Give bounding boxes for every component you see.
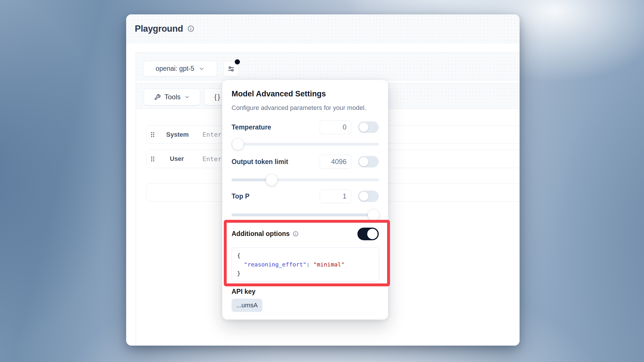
- toggle-knob: [359, 123, 368, 132]
- api-key-label: API key: [232, 288, 255, 296]
- json-colon: :: [306, 261, 313, 268]
- slider-fill: [232, 178, 272, 181]
- output-token-limit-slider[interactable]: [232, 175, 379, 185]
- message-input[interactable]: Enter: [202, 131, 221, 138]
- slider-track: [232, 143, 379, 146]
- message-role-label: System: [166, 131, 187, 138]
- slider-thumb[interactable]: [266, 174, 277, 186]
- slider-thumb[interactable]: [232, 138, 244, 150]
- notification-dot: [235, 59, 240, 64]
- slider-fill: [232, 214, 379, 216]
- chevron-down-icon: [198, 66, 205, 72]
- message-role-label: User: [166, 155, 187, 163]
- json-open-brace: {: [237, 252, 240, 259]
- slider-thumb[interactable]: [368, 209, 379, 221]
- api-key-badge[interactable]: ...umsA: [232, 299, 262, 312]
- output-token-limit-row: Output token limit 4096: [232, 155, 379, 169]
- additional-options-toggle[interactable]: [357, 228, 379, 240]
- page-title: Playground: [135, 24, 183, 34]
- output-token-limit-input[interactable]: 4096: [320, 155, 351, 169]
- wrench-icon: [154, 94, 161, 100]
- temperature-input[interactable]: 0: [320, 120, 351, 134]
- info-icon: [293, 231, 299, 237]
- top-p-label: Top P: [232, 193, 249, 200]
- temperature-row: Temperature 0: [232, 120, 379, 134]
- model-selector-value: openai: gpt-5: [156, 65, 194, 73]
- model-selector[interactable]: openai: gpt-5: [143, 61, 217, 77]
- temperature-toggle[interactable]: [358, 121, 379, 133]
- additional-options-label: Additional options: [232, 226, 299, 241]
- temperature-slider[interactable]: [232, 139, 379, 149]
- json-key: "reasoning_effort": [244, 261, 306, 268]
- json-indent: [237, 261, 244, 268]
- chevron-down-icon: [184, 94, 190, 100]
- output-token-limit-toggle[interactable]: [358, 156, 379, 167]
- sliders-icon: [227, 65, 235, 73]
- model-settings-button[interactable]: [223, 61, 239, 77]
- toggle-knob: [359, 192, 368, 201]
- drag-handle-icon[interactable]: [150, 156, 155, 162]
- additional-options-json-editor[interactable]: { "reasoning_effort": "minimal" }: [232, 247, 379, 281]
- model-advanced-settings-popover: Model Advanced Settings Configure advanc…: [222, 80, 388, 320]
- additional-options-text: Additional options: [232, 226, 290, 241]
- tools-dropdown[interactable]: Tools: [144, 89, 200, 105]
- json-value: "minimal": [313, 261, 344, 268]
- tools-label: Tools: [164, 93, 181, 101]
- info-icon: [187, 25, 194, 32]
- top-p-input[interactable]: 1: [320, 189, 351, 203]
- top-p-row: Top P 1: [232, 189, 379, 203]
- output-token-limit-label: Output token limit: [232, 158, 288, 165]
- drag-handle-icon[interactable]: [150, 132, 155, 138]
- popover-title: Model Advanced Settings: [232, 89, 326, 98]
- toggle-knob: [367, 229, 378, 239]
- top-p-slider[interactable]: [232, 210, 379, 220]
- json-close-brace: }: [237, 270, 240, 277]
- popover-subtitle: Configure advanced parameters for your m…: [232, 104, 366, 112]
- page-header: Playground: [126, 14, 520, 43]
- top-p-toggle[interactable]: [358, 190, 379, 202]
- temperature-label: Temperature: [232, 123, 271, 131]
- additional-options-row: Additional options: [232, 226, 379, 241]
- toggle-knob: [359, 157, 368, 166]
- braces-label: {}: [214, 93, 221, 101]
- message-input[interactable]: Enter: [202, 155, 221, 163]
